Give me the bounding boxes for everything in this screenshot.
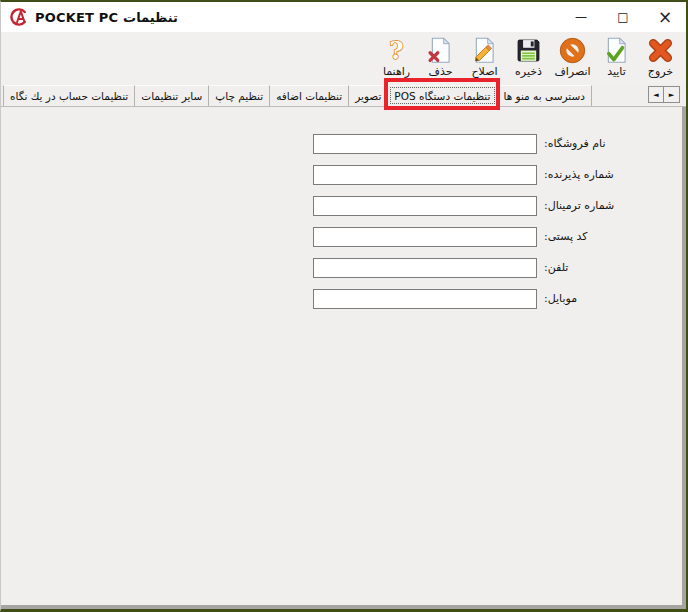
confirm-button[interactable]: تایید	[595, 36, 638, 78]
tab-panel-pos-settings: نام فروشگاه: شماره پذیرنده: شماره ترمینا…	[1, 107, 686, 609]
minimize-button[interactable]: —	[560, 2, 602, 32]
help-icon: ?	[382, 36, 411, 65]
tab-label: تنظیمات دستگاه POS	[394, 90, 490, 102]
merchant-number-input[interactable]	[313, 165, 537, 185]
save-button[interactable]: ذخیره	[507, 36, 550, 78]
mobile-input[interactable]	[313, 289, 537, 309]
tab-account-overview[interactable]: تنظیمات حساب در یك نگاه	[3, 85, 135, 106]
tab-strip: تنظیمات حساب در یك نگاه سایر تنظیمات تنظ…	[1, 84, 686, 107]
merchant-number-label: شماره پذیرنده:	[544, 168, 614, 181]
tab-scroll-buttons: ◄ ►	[648, 86, 680, 103]
svg-text:?: ?	[389, 36, 403, 65]
form-row: شماره ترمینال:	[313, 190, 686, 221]
tab-other-settings[interactable]: سایر تنظیمات	[135, 85, 209, 106]
help-button[interactable]: ? راهنما	[375, 36, 418, 78]
form-row: کد پستی:	[313, 221, 686, 252]
tab-scroll-left-icon[interactable]: ◄	[648, 86, 664, 103]
toolbar-label: ذخیره	[515, 65, 542, 78]
tab-image[interactable]: تصویر	[349, 85, 388, 106]
toolbar-label: انصراف	[554, 65, 590, 78]
exit-button[interactable]: خروج	[639, 36, 682, 78]
tab-menu-access[interactable]: دسترسی به منو ها	[497, 85, 592, 106]
phone-label: تلفن:	[544, 261, 568, 274]
window-title: POCKET PC تنظیمات	[35, 10, 178, 25]
confirm-icon	[602, 36, 631, 65]
tab-scroll-right-icon[interactable]: ►	[664, 86, 680, 103]
terminal-number-label: شماره ترمینال:	[544, 199, 614, 212]
postal-code-label: کد پستی:	[544, 230, 588, 243]
toolbar-label: اصلاح	[471, 65, 497, 78]
edit-button[interactable]: اصلاح	[463, 36, 506, 78]
pos-settings-form: نام فروشگاه: شماره پذیرنده: شماره ترمینا…	[1, 107, 686, 314]
toolbar-label: تایید	[607, 65, 626, 78]
store-name-input[interactable]	[313, 134, 537, 154]
toolbar-label: خروج	[648, 65, 673, 78]
app-window: POCKET PC تنظیمات — □ × ? راهنما حذف	[0, 0, 688, 612]
form-row: موبایل:	[313, 283, 686, 314]
tab-extra-settings[interactable]: تنظیمات اضافه	[270, 85, 349, 106]
postal-code-input[interactable]	[313, 227, 537, 247]
mobile-label: موبایل:	[544, 292, 577, 305]
toolbar-label: راهنما	[383, 65, 410, 78]
form-row: تلفن:	[313, 252, 686, 283]
app-logo-icon	[9, 7, 29, 27]
cancel-icon	[558, 36, 587, 65]
store-name-label: نام فروشگاه:	[544, 137, 605, 150]
tab-print-settings[interactable]: تنظیم چاپ	[209, 85, 270, 106]
exit-icon	[646, 36, 675, 65]
cancel-button[interactable]: انصراف	[551, 36, 594, 78]
form-row: نام فروشگاه:	[313, 128, 686, 159]
save-icon	[514, 36, 543, 65]
window-controls: — □ ×	[560, 2, 686, 32]
form-row: شماره پذیرنده:	[313, 159, 686, 190]
phone-input[interactable]	[313, 258, 537, 278]
delete-button[interactable]: حذف	[419, 36, 462, 78]
title-bar: POCKET PC تنظیمات — □ ×	[1, 2, 686, 32]
close-button[interactable]: ×	[644, 2, 686, 32]
window-bottom-edge	[1, 605, 686, 609]
maximize-button[interactable]: □	[602, 2, 644, 32]
edit-icon	[470, 36, 499, 65]
toolbar: ? راهنما حذف اصلاح	[1, 32, 686, 84]
tab-pos-device-settings[interactable]: تنظیمات دستگاه POS	[388, 85, 497, 106]
terminal-number-input[interactable]	[313, 196, 537, 216]
delete-icon	[426, 36, 455, 65]
toolbar-label: حذف	[429, 65, 453, 78]
window-right-edge	[682, 107, 686, 609]
